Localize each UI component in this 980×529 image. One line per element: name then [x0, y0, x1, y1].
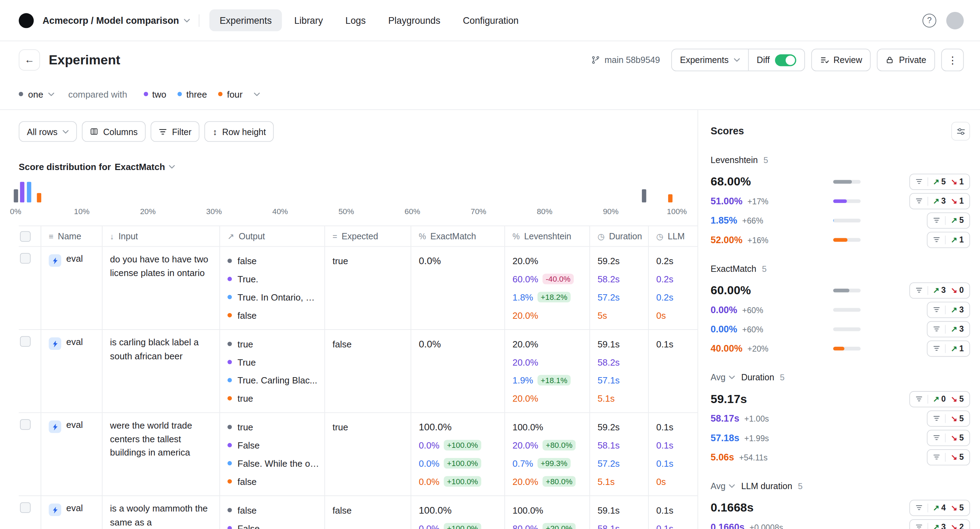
workspace-switcher[interactable]: Acmecorp / Model comparison: [42, 15, 190, 25]
diff-toggle[interactable]: [775, 54, 796, 66]
delta-badge: +100.0%: [444, 476, 481, 487]
score-filter-button[interactable]: ↗3↘2: [909, 519, 970, 529]
pill-divider: [945, 216, 946, 225]
percent-icon: %: [418, 232, 426, 241]
pill-divider: [927, 503, 928, 512]
table-header-row: ≡Name↓Input↗Output=Expected%ExactMatch%L…: [19, 226, 698, 247]
comparison-bar: one compared with twothreefour: [0, 79, 980, 110]
experiments-dropdown[interactable]: Experiments: [672, 49, 748, 71]
filter-button[interactable]: Filter: [151, 121, 200, 142]
improvements-icon: ↗: [933, 286, 939, 295]
score-filter-button[interactable]: ↗3↘0: [909, 282, 970, 298]
avatar[interactable]: [947, 11, 964, 29]
nav-divider: [199, 14, 200, 27]
score-delta: +60%: [742, 325, 764, 334]
filter-icon: [934, 453, 940, 461]
series-dot: [228, 378, 232, 383]
row-name-cell: eval: [41, 247, 103, 329]
score-filter-button[interactable]: ↘5: [927, 449, 970, 465]
private-button[interactable]: Private: [877, 49, 935, 71]
table-row[interactable]: evalis carling black label a south afric…: [19, 330, 698, 413]
pill-divider: [945, 453, 946, 461]
base-experiment-select[interactable]: one: [19, 89, 55, 99]
filter-icon: [915, 178, 922, 185]
filter-icon: [915, 396, 922, 402]
bolt-icon: [52, 257, 58, 264]
regressions-icon: ↘: [951, 503, 958, 512]
column-header-expected[interactable]: =Expected: [325, 226, 411, 246]
score-filter-button[interactable]: ↗0↘5: [909, 391, 970, 407]
column-header-levenshtein[interactable]: %Levenshtein: [505, 226, 590, 246]
score-filter-button[interactable]: ↘5: [927, 410, 970, 426]
help-icon[interactable]: ?: [923, 13, 936, 27]
column-header-llm[interactable]: ◷LLM: [649, 226, 698, 246]
page-header: ← Experiment main 58b9549 Experiments Di…: [0, 41, 980, 79]
branch-info[interactable]: main 58b9549: [592, 55, 660, 65]
comparison-targets-select[interactable]: twothreefour: [143, 89, 260, 99]
column-header-input[interactable]: ↓Input: [103, 226, 220, 246]
column-header-duration[interactable]: ◷Duration: [590, 226, 649, 246]
review-button[interactable]: Review: [811, 49, 871, 71]
score-section-header: Levenshtein5: [711, 155, 970, 165]
compare-item-four: four: [218, 89, 243, 99]
score-filter-button[interactable]: ↗3↘1: [909, 193, 970, 209]
pill-divider: [945, 325, 946, 334]
row-checkbox[interactable]: [20, 419, 30, 430]
score-delta: +54.11s: [739, 453, 768, 462]
eval-icon: [49, 504, 61, 516]
score-metric-name: Duration: [741, 372, 775, 383]
review-checklist-icon: [820, 56, 829, 64]
score-filter-button[interactable]: ↗1: [927, 232, 970, 248]
row-checkbox[interactable]: [20, 253, 30, 264]
select-all-checkbox[interactable]: [20, 231, 30, 241]
main-tabs: ExperimentsLibraryLogsPlaygroundsConfigu…: [210, 10, 528, 31]
column-header-output[interactable]: ↗Output: [220, 226, 325, 246]
column-header-exactmatch[interactable]: %ExactMatch: [411, 226, 505, 246]
column-header-name[interactable]: ≡Name: [41, 226, 103, 246]
score-filter-button[interactable]: ↗5: [927, 212, 970, 228]
more-options-button[interactable]: ⋮: [941, 49, 964, 71]
table-row[interactable]: evaldo you have to have two license plat…: [19, 247, 698, 330]
distribution-metric-select[interactable]: ExactMatch: [115, 162, 175, 172]
tab-logs[interactable]: Logs: [335, 10, 375, 31]
page-title: Experiment: [49, 52, 120, 68]
row-duration-cell: 59.1s58.2s57.1s5.1s: [590, 330, 649, 413]
tab-configuration[interactable]: Configuration: [453, 10, 528, 31]
private-label: Private: [899, 55, 926, 65]
row-height-button[interactable]: ↕ Row height: [205, 121, 274, 142]
score-filter-button[interactable]: ↗1: [927, 340, 970, 356]
score-filter-button[interactable]: ↗3: [927, 302, 970, 318]
score-filter-button[interactable]: ↗4↘5: [909, 500, 970, 516]
compare-item-two: two: [143, 89, 166, 99]
score-row: 40.00%+20%↗1: [711, 339, 970, 358]
histogram-bar: [13, 189, 18, 203]
axis-tick: 80%: [537, 208, 553, 216]
table-row[interactable]: evalwere the world trade centers the tal…: [19, 413, 698, 496]
improvements-icon: ↗: [933, 177, 939, 186]
back-button[interactable]: ←: [19, 49, 40, 71]
row-exactmatch-cell: 100.0%0.0%+100.0%: [411, 496, 505, 529]
row-checkbox[interactable]: [20, 502, 30, 513]
scores-settings-button[interactable]: [951, 122, 970, 141]
improvements-icon: ↗: [933, 394, 939, 404]
diff-button[interactable]: Diff: [748, 49, 804, 71]
score-filter-button[interactable]: ↗3: [927, 321, 970, 337]
columns-button[interactable]: Columns: [82, 121, 146, 142]
axis-tick: 20%: [140, 208, 156, 216]
aggregation-select[interactable]: Avg: [711, 372, 735, 383]
series-dot: [228, 508, 232, 513]
score-filter-button[interactable]: ↘5: [927, 430, 970, 446]
score-filter-button[interactable]: ↗5↘1: [909, 173, 970, 190]
row-checkbox[interactable]: [20, 336, 30, 347]
aggregation-select[interactable]: Avg: [711, 481, 735, 491]
tab-playgrounds[interactable]: Playgrounds: [379, 10, 450, 31]
row-output-cell: falseFalse: [220, 496, 325, 529]
rows-filter-dropdown[interactable]: All rows: [19, 121, 77, 142]
app-logo[interactable]: [19, 13, 34, 28]
tab-library[interactable]: Library: [284, 10, 333, 31]
regressions-icon: ↘: [951, 413, 958, 423]
tab-experiments[interactable]: Experiments: [210, 10, 282, 31]
chevron-down-icon: [729, 375, 735, 379]
table-row[interactable]: evalis a wooly mammoth the same as afals…: [19, 496, 698, 529]
delta-badge: +80.0%: [542, 476, 575, 487]
